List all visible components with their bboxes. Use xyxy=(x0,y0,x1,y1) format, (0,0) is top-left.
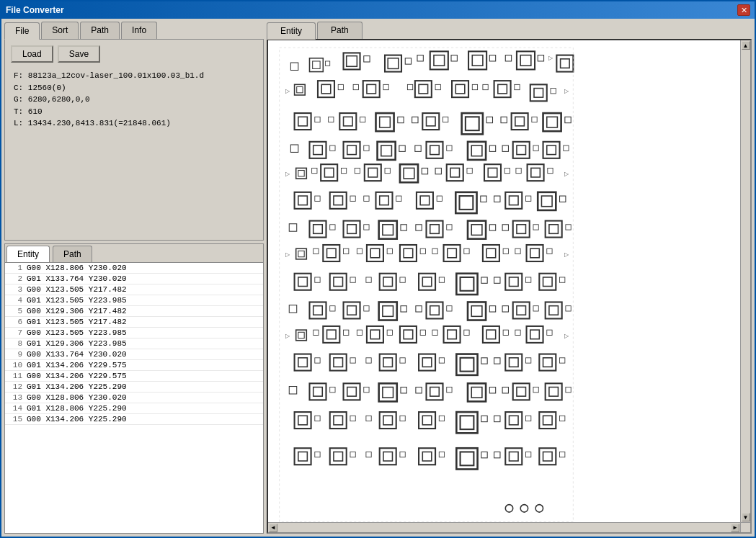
svg-text:▷: ▷ xyxy=(285,251,290,258)
row-number: 15 xyxy=(6,415,27,423)
tab-path[interactable]: Path xyxy=(80,22,120,39)
row-value: G01 X129.306 Y223.985 xyxy=(27,339,262,348)
title-bar: File Converter ✕ xyxy=(1,1,755,19)
list-item[interactable]: 3G00 X123.505 Y217.482 xyxy=(5,284,263,295)
scroll-up-button[interactable]: ▲ xyxy=(742,41,750,50)
button-row: Load Save xyxy=(11,45,257,63)
save-button[interactable]: Save xyxy=(58,45,100,63)
row-value: G01 X134.206 Y225.290 xyxy=(27,382,262,391)
entity-canvas: ▷ ▷ xyxy=(268,40,750,532)
list-item[interactable]: 13G00 X128.806 Y230.020 xyxy=(5,393,263,403)
row-number: 5 xyxy=(6,307,27,315)
file-tab-content: Load Save F: 88123a_12cov-laser_100.01x1… xyxy=(4,39,264,241)
row-number: 3 xyxy=(6,285,27,294)
list-item[interactable]: 2G01 X133.764 Y230.020 xyxy=(5,274,263,284)
scroll-right-button[interactable]: ► xyxy=(731,524,739,532)
tab-file[interactable]: File xyxy=(4,22,40,40)
row-number: 14 xyxy=(6,404,27,413)
top-tabs: File Sort Path Info xyxy=(4,22,264,39)
svg-text:▷: ▷ xyxy=(548,54,553,61)
list-item[interactable]: 14G01 X128.806 Y225.290 xyxy=(5,403,263,414)
list-item[interactable]: 15G00 X134.206 Y225.290 xyxy=(5,414,263,425)
row-value: G00 X134.206 Y225.290 xyxy=(27,415,262,423)
file-info-line5: L: 13434.230,8413.831(=21848.061) xyxy=(14,117,254,130)
window-title: File Converter xyxy=(6,5,64,15)
row-number: 12 xyxy=(6,382,27,391)
scroll-corner xyxy=(740,522,750,532)
entity-svg: ▷ ▷ xyxy=(268,40,750,532)
svg-text:▷: ▷ xyxy=(564,170,569,177)
left-panel: File Sort Path Info Load Save F: 88123a_… xyxy=(4,22,264,534)
list-item[interactable]: 12G01 X134.206 Y225.290 xyxy=(5,382,263,393)
list-item[interactable]: 9G00 X133.764 Y230.020 xyxy=(5,349,263,360)
list-scroll[interactable]: 1G00 X128.806 Y230.0202G01 X133.764 Y230… xyxy=(5,263,263,533)
svg-text:▷: ▷ xyxy=(564,87,569,94)
list-item[interactable]: 4G01 X123.505 Y223.985 xyxy=(5,295,263,306)
row-number: 6 xyxy=(6,318,27,326)
top-tab-container: File Sort Path Info Load Save F: 88123a_… xyxy=(4,22,264,241)
row-number: 11 xyxy=(6,372,27,380)
row-number: 9 xyxy=(6,350,27,359)
list-item[interactable]: 6G01 X123.505 Y217.482 xyxy=(5,317,263,328)
file-info-line4: T: 610 xyxy=(14,106,254,118)
svg-text:▷: ▷ xyxy=(285,170,290,177)
list-item[interactable]: 5G00 X129.306 Y217.482 xyxy=(5,306,263,317)
row-value: G01 X133.764 Y230.020 xyxy=(27,274,262,283)
list-item[interactable]: 8G01 X129.306 Y223.985 xyxy=(5,339,263,349)
bottom-left-panel: Entity Path 1G00 X128.806 Y230.0202G01 X… xyxy=(4,243,264,534)
tab-info[interactable]: Info xyxy=(121,22,157,39)
row-number: 8 xyxy=(6,339,27,348)
close-button[interactable]: ✕ xyxy=(737,4,750,16)
row-number: 4 xyxy=(6,296,27,305)
svg-text:▷: ▷ xyxy=(564,251,569,258)
svg-text:▷: ▷ xyxy=(285,87,290,94)
svg-text:▷: ▷ xyxy=(285,332,290,339)
row-value: G01 X134.206 Y229.575 xyxy=(27,361,262,369)
row-value: G01 X128.806 Y225.290 xyxy=(27,404,262,413)
tab-sort[interactable]: Sort xyxy=(41,22,79,39)
row-value: G01 X123.505 Y223.985 xyxy=(27,296,262,305)
bottom-tab-entity[interactable]: Entity xyxy=(6,246,50,262)
row-value: G01 X123.505 Y217.482 xyxy=(27,318,262,326)
right-tabs: Entity Path xyxy=(267,22,752,39)
list-area: 1G00 X128.806 Y230.0202G01 X133.764 Y230… xyxy=(5,263,263,533)
file-info-line3: G: 6280,6280,0,0 xyxy=(14,94,254,106)
main-window: File Converter ✕ File Sort Path Info Loa… xyxy=(0,0,756,538)
row-number: 7 xyxy=(6,328,27,337)
row-value: G00 X129.306 Y217.482 xyxy=(27,307,262,315)
list-item[interactable]: 1G00 X128.806 Y230.020 xyxy=(5,263,263,274)
row-value: G00 X128.806 Y230.020 xyxy=(27,264,262,272)
row-value: G00 X123.505 Y223.985 xyxy=(27,328,262,337)
svg-text:▷: ▷ xyxy=(564,332,569,339)
right-tab-entity[interactable]: Entity xyxy=(267,22,316,40)
row-value: G00 X123.505 Y217.482 xyxy=(27,285,262,294)
file-info-line1: F: 88123a_12cov-laser_100.01x100.03_b1.d xyxy=(14,70,254,82)
content-area: File Sort Path Info Load Save F: 88123a_… xyxy=(1,19,755,537)
scroll-left-button[interactable]: ◄ xyxy=(269,524,277,532)
load-button[interactable]: Load xyxy=(11,45,53,63)
row-value: G00 X133.764 Y230.020 xyxy=(27,350,262,359)
row-number: 2 xyxy=(6,274,27,283)
row-number: 10 xyxy=(6,361,27,369)
scroll-down-button[interactable]: ▼ xyxy=(742,513,750,521)
row-value: G00 X134.206 Y229.575 xyxy=(27,372,262,380)
bottom-tab-path[interactable]: Path xyxy=(53,246,92,262)
file-info-line2: C: 12560(0) xyxy=(14,82,254,94)
list-item[interactable]: 11G00 X134.206 Y229.575 xyxy=(5,371,263,382)
canvas-area: ▷ ▷ xyxy=(267,39,752,534)
row-number: 13 xyxy=(6,393,27,402)
list-item[interactable]: 10G01 X134.206 Y229.575 xyxy=(5,360,263,371)
row-number: 1 xyxy=(6,264,27,272)
file-info: F: 88123a_12cov-laser_100.01x100.03_b1.d… xyxy=(11,67,257,133)
list-item[interactable]: 7G00 X123.505 Y223.985 xyxy=(5,328,263,339)
right-tab-path[interactable]: Path xyxy=(317,22,363,39)
right-panel: Entity Path xyxy=(267,22,752,534)
row-value: G00 X128.806 Y230.020 xyxy=(27,393,262,402)
bottom-tabs: Entity Path xyxy=(5,244,263,263)
